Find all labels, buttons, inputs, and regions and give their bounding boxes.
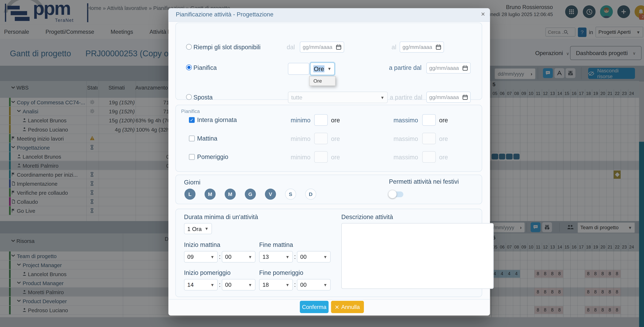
minimo-input-mattina[interactable] [314,133,328,144]
dayparts-section: Pianifica ✓Intera giornataminimooremassi… [175,105,482,172]
move-from-label: a partire dal [390,94,422,101]
chevron-down-icon: ▼ [248,254,252,259]
minimo-input-pomeriggio[interactable] [314,151,328,163]
day-chip-m-1[interactable]: M [204,189,216,200]
ore-label: ore [439,154,448,161]
day-chip-g-3[interactable]: G [245,189,256,200]
description-label: Descrizione attività [341,213,393,220]
afternoon-end-hour-select[interactable]: 18▼ [259,279,293,290]
confirm-button[interactable]: Conferma [300,301,328,313]
fill-slots-label: Riempi gli slot disponibili [194,44,260,51]
chevron-down-icon: ▼ [286,254,290,259]
chevron-down-icon: ▼ [204,226,209,231]
move-select-value: tutte [291,94,302,101]
confirm-label: Conferma [302,304,326,310]
fill-slots-radio[interactable] [186,44,192,50]
min-duration-label: Durata minima di un'attività [184,213,258,220]
planning-modal: Pianificazione attività - Progettazione … [168,8,490,316]
day-chip-l-0[interactable]: L [184,189,195,200]
days-label: Giorni [184,179,200,186]
fill-to-date-input[interactable]: gg/mm/aaaa [400,42,444,53]
daypart-checkbox-intera-giornata[interactable]: ✓ [189,117,195,123]
plan-unit-select[interactable]: Ore ▼ [310,63,335,75]
close-icon[interactable]: × [481,10,485,19]
plan-unit-value: Ore [313,65,324,72]
morning-end-hour-select[interactable]: 13▼ [259,251,293,262]
date-placeholder: gg/mm/aaaa [402,44,432,50]
morning-start-label: Inizio mattina [184,241,220,248]
date-placeholder: gg/mm/aaaa [303,44,332,50]
afternoon-start-minute-select[interactable]: 00▼ [222,279,256,290]
move-radio[interactable] [186,94,192,100]
x-icon [335,305,339,309]
fill-from-date-input[interactable]: gg/mm/aaaa [300,42,344,53]
ore-label: ore [331,135,340,142]
chevron-down-icon: ▼ [248,282,252,287]
unit-option-ore[interactable]: Ore [310,76,335,85]
minimo-label: minimo [282,117,310,124]
day-chip-s-5[interactable]: S [285,189,296,200]
day-chip-v-4[interactable]: V [265,189,276,200]
massimo-label: massimo [385,154,418,161]
dal-label: dal [284,44,295,51]
plan-radio[interactable] [186,65,192,70]
move-select[interactable]: tutte ▼ [288,92,388,103]
chevron-down-icon: ▼ [323,254,328,259]
massimo-label: massimo [385,117,418,124]
minimo-label: minimo [282,154,310,161]
calendar-icon [336,44,341,50]
daypart-label-pomeriggio: Pomeriggio [197,153,228,160]
calendar-icon [436,44,441,50]
holidays-label: Permetti attività nei festivi [389,178,459,185]
minimo-input-intera-giornata[interactable] [314,114,328,126]
modal-header: Pianificazione attività - Progettazione … [168,8,490,22]
ore-label: ore [331,117,340,124]
modal-title: Pianificazione attività - Progettazione [176,11,273,18]
daypart-checkbox-pomeriggio[interactable] [189,154,195,160]
chevron-down-icon: ▼ [210,282,214,287]
afternoon-start-hour-select[interactable]: 14▼ [184,279,218,290]
dayparts-section-label: Pianifica [181,109,200,114]
plan-unit-dropdown: Ore [309,76,336,86]
daypart-checkbox-mattina[interactable] [189,136,195,141]
calendar-icon [462,95,468,100]
morning-end-minute-select[interactable]: 00▼ [297,251,331,262]
ore-label: ore [439,135,448,142]
plan-label: Pianifica [194,64,217,71]
chevron-down-icon: ▼ [380,95,384,100]
date-placeholder: gg/mm/aaaa [429,65,459,71]
afternoon-start-label: Inizio pomeriggio [184,269,230,276]
move-from-date-input[interactable]: gg/mm/aaaa [426,92,471,103]
toggle-knob[interactable] [388,190,397,198]
min-duration-value: 1 Ora [187,225,202,232]
days-section: Giorni LMMGVSD Permetti attività nei fes… [175,175,482,204]
min-duration-select[interactable]: 1 Ora ▼ [184,223,212,234]
cancel-button[interactable]: Annulla [331,301,364,313]
daypart-label-mattina: Mattina [197,135,217,142]
description-textarea[interactable] [341,223,494,289]
plan-amount-input[interactable] [288,63,309,75]
ore-label: ore [331,154,340,161]
morning-start-hour-select[interactable]: 09▼ [184,251,218,262]
massimo-input-pomeriggio[interactable] [422,151,436,163]
minimo-label: minimo [282,135,310,142]
plan-from-date-input[interactable]: gg/mm/aaaa [426,63,471,74]
afternoon-end-minute-select[interactable]: 00▼ [297,279,331,290]
plan-from-label: a partire dal [389,64,422,71]
mode-section: Riempi gli slot disponibili dal gg/mm/aa… [175,23,482,100]
calendar-icon [462,65,468,71]
day-chip-m-2[interactable]: M [224,189,236,200]
cancel-label: Annulla [341,304,360,310]
al-label: al [388,44,396,51]
morning-start-minute-select[interactable]: 00▼ [222,251,256,262]
duration-section: Durata minima di un'attività 1 Ora ▼ Ini… [175,209,482,297]
day-chip-d-6[interactable]: D [305,189,316,200]
daypart-label-intera-giornata: Intera giornata [197,116,237,123]
massimo-input-mattina[interactable] [422,133,436,144]
chevron-down-icon: ▼ [328,67,332,71]
massimo-label: massimo [385,135,418,142]
morning-end-label: Fine mattina [259,241,293,248]
massimo-input-intera-giornata[interactable] [422,114,436,126]
afternoon-end-label: Fine pomeriggio [259,269,304,276]
chevron-down-icon: ▼ [323,282,328,287]
